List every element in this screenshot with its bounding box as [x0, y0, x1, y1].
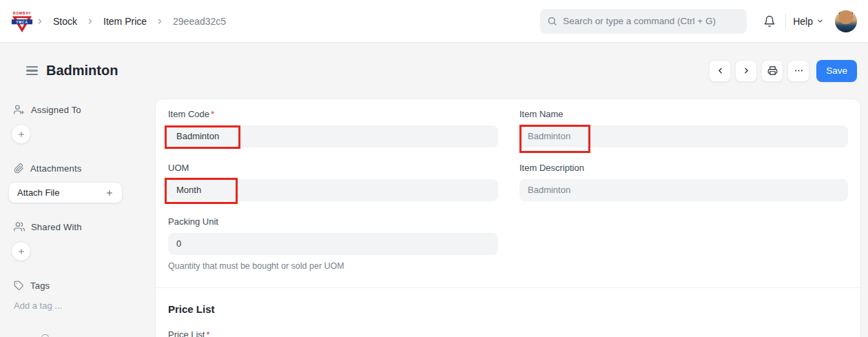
required-mark: *	[211, 109, 214, 119]
tags-section: Tags	[14, 280, 141, 291]
item-name-group: Item Name Badminton	[519, 109, 848, 147]
print-button[interactable]	[761, 60, 783, 82]
packing-unit-field[interactable]: 0	[168, 233, 498, 255]
packing-unit-label: Packing Unit	[168, 216, 498, 227]
item-code-field[interactable]: Badminton	[168, 125, 498, 147]
tags-label: Tags	[30, 280, 50, 291]
logo-band-text: YMCA	[16, 20, 28, 23]
add-tag-input[interactable]: Add a tag ...	[14, 300, 141, 311]
user-avatar[interactable]	[835, 10, 857, 32]
assigned-to-section: Assigned To	[14, 104, 141, 115]
item-name-label: Item Name	[519, 109, 848, 119]
plus-icon	[17, 130, 25, 139]
page-header: Badminton Save	[0, 43, 868, 99]
shared-with-section: Shared With	[14, 221, 141, 232]
shared-with-label: Shared With	[31, 222, 82, 232]
ellipsis-icon	[794, 65, 804, 76]
printer-icon	[767, 65, 778, 76]
attach-file-button[interactable]: Attach File	[8, 182, 123, 203]
price-list-label: Price List	[168, 329, 205, 337]
sidebar-toggle-icon[interactable]	[26, 66, 38, 75]
paperclip-icon	[14, 163, 24, 174]
item-name-field[interactable]: Badminton	[519, 125, 848, 147]
packing-unit-group: Packing Unit 0 Quantity that must be bou…	[168, 216, 498, 271]
navbar: BOMBAY YMCA Stock Item Price 29eead32c5	[0, 0, 868, 43]
price-list-group: Price List*	[168, 329, 498, 337]
plus-icon	[17, 247, 25, 256]
chevron-right-icon	[742, 66, 751, 75]
item-code-group: Item Code* Badminton	[168, 109, 498, 147]
navbar-divider	[785, 14, 786, 29]
help-label: Help	[793, 16, 813, 27]
item-description-field[interactable]: Badminton	[519, 179, 848, 201]
attachments-section: Attachments	[14, 163, 141, 174]
form-sidebar: Assigned To Attachments Attach File Shar…	[0, 99, 155, 337]
breadcrumb: Stock Item Price 29eead32c5	[36, 16, 226, 27]
breadcrumb-docname[interactable]: 29eead32c5	[173, 16, 226, 27]
breadcrumb-stock[interactable]: Stock	[53, 16, 77, 27]
add-assignment-button[interactable]	[11, 124, 31, 144]
buying-checkbox-row: Buying	[519, 329, 848, 337]
price-list-section-heading: Price List	[168, 303, 847, 315]
logo-top-text: BOMBAY	[13, 10, 31, 14]
menu-more-button[interactable]	[787, 60, 809, 82]
next-document-button[interactable]	[735, 60, 757, 82]
chevron-right-icon	[86, 17, 94, 25]
uom-field[interactable]: Month	[168, 179, 498, 201]
users-icon	[14, 221, 25, 232]
chevron-right-icon	[36, 17, 44, 25]
global-search[interactable]	[540, 9, 747, 34]
uom-label: UOM	[168, 163, 498, 173]
notifications-button[interactable]	[759, 11, 780, 32]
chevron-down-icon	[816, 17, 824, 25]
breadcrumb-item-price[interactable]: Item Price	[103, 16, 147, 27]
required-mark: *	[206, 329, 209, 337]
uom-group: UOM Month	[168, 163, 498, 201]
packing-unit-help-text: Quantity that must be bought or sold per…	[168, 261, 498, 271]
chevron-left-icon	[716, 66, 725, 75]
clipped-sidebar-icon	[41, 334, 49, 337]
bell-icon	[763, 15, 776, 28]
item-code-label: Item Code	[168, 109, 209, 119]
chevron-right-icon	[156, 17, 164, 25]
prev-document-button[interactable]	[709, 60, 731, 82]
attachments-label: Attachments	[30, 163, 81, 174]
assigned-to-label: Assigned To	[31, 105, 81, 115]
user-plus-icon	[14, 104, 25, 115]
add-share-button[interactable]	[11, 241, 31, 261]
item-description-label: Item Description	[519, 163, 848, 173]
save-button[interactable]: Save	[816, 60, 857, 82]
page-title: Badminton	[46, 63, 118, 79]
form-card: Item Code* Badminton Item Name Badminton…	[155, 99, 861, 337]
tag-icon	[14, 280, 24, 291]
search-icon	[547, 16, 557, 26]
plus-icon	[105, 189, 114, 197]
section-divider	[156, 287, 860, 288]
item-description-group: Item Description Badminton	[519, 163, 848, 201]
help-menu[interactable]: Help	[793, 16, 824, 27]
attach-file-label: Attach File	[17, 187, 59, 198]
search-input[interactable]	[563, 16, 740, 26]
app-logo[interactable]: BOMBAY YMCA	[11, 9, 33, 34]
